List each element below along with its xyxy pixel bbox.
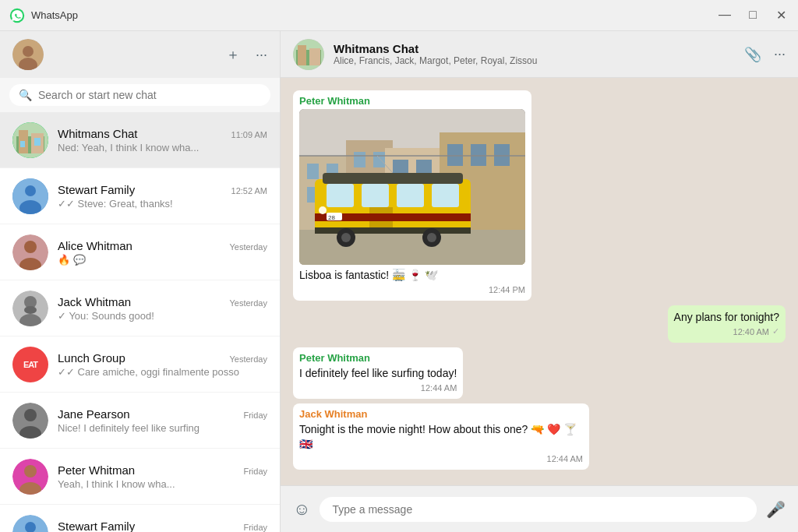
svg-rect-48: [494, 144, 510, 166]
chat-item-whitmans-chat[interactable]: Whitmans Chat 11:09 AM Ned: Yeah, I thin…: [0, 112, 280, 168]
chat-item-jane-pearson[interactable]: Jane Pearson Friday Nice! I definitely f…: [0, 393, 280, 449]
svg-point-27: [25, 522, 36, 533]
svg-point-14: [24, 241, 37, 253]
msg-sender-1: Peter Whitman: [299, 95, 525, 107]
svg-rect-31: [298, 45, 306, 65]
msg-time-2: 12:40 AM: [733, 327, 769, 336]
chat-item-stewart-family-2[interactable]: Stewart Family Friday Steve: Great, than…: [0, 505, 280, 532]
msg-footer-1: 12:44 PM: [299, 285, 525, 294]
chat-top: Jane Pearson Friday: [58, 407, 267, 421]
chat-header-members: Alice, Francis, Jack, Margot, Peter, Roy…: [334, 55, 735, 66]
title-bar: WhatsApp — □ ✕: [0, 0, 798, 31]
chat-menu-icon[interactable]: ···: [774, 46, 786, 62]
svg-point-61: [427, 233, 436, 242]
chat-time: Friday: [243, 523, 267, 532]
svg-point-19: [24, 306, 37, 314]
message-3: Peter Whitman I definitely feel like sur…: [293, 347, 463, 399]
chat-info-lunch: Lunch Group Yesterday ✓✓ Care amiche, og…: [58, 351, 267, 378]
chat-name: Stewart Family: [58, 520, 135, 533]
avatar-lunch-group: EAT: [12, 347, 48, 382]
chat-preview: ✓✓ Steve: Great, thanks!: [58, 198, 245, 210]
avatar-jack-whitman: [12, 291, 48, 326]
msg-text-4: Tonight is the movie night! How about th…: [299, 422, 583, 453]
svg-rect-52: [327, 184, 354, 207]
chat-time: Yesterday: [229, 242, 267, 252]
msg-image-tram: 28: [299, 109, 525, 265]
close-button[interactable]: ✕: [773, 8, 789, 23]
menu-icon[interactable]: ···: [256, 47, 267, 63]
chat-item-stewart-family[interactable]: Stewart Family 12:52 AM ✓✓ Steve: Great,…: [0, 168, 280, 224]
svg-rect-54: [397, 184, 424, 207]
attachment-icon[interactable]: 📎: [744, 46, 761, 63]
chat-name: Lunch Group: [58, 351, 125, 365]
svg-point-21: [24, 409, 37, 421]
sidebar-header: ＋ ···: [0, 31, 280, 78]
search-icon: 🔍: [19, 89, 32, 101]
message-2: Any plans for tonight? 12:40 AM ✓: [668, 305, 786, 344]
app-title: WhatsApp: [31, 9, 717, 21]
search-input-wrap: 🔍: [9, 84, 270, 106]
minimize-button[interactable]: —: [717, 8, 733, 23]
chat-time: Friday: [243, 467, 267, 476]
msg-time-4: 12:44 AM: [547, 454, 583, 463]
chat-preview: Nice! I definitely feel like surfing: [58, 422, 245, 434]
chat-item-jack-whitman[interactable]: Jack Whitman Yesterday ✓ You: Sounds goo…: [0, 280, 280, 336]
chat-item-alice-whitman[interactable]: Alice Whitman Yesterday 🔥 💬: [0, 224, 280, 280]
chat-top: Peter Whitman Friday: [58, 463, 267, 477]
msg-sender-3: Peter Whitman: [299, 352, 457, 364]
avatar-whitmans-chat: [12, 122, 48, 158]
new-chat-icon[interactable]: ＋: [226, 45, 240, 64]
msg-time-1: 12:44 PM: [489, 285, 525, 294]
chat-preview: Yeah, I think I know wha...: [58, 478, 245, 490]
msg-tick-2: ✓: [772, 326, 779, 336]
window-controls: — □ ✕: [717, 8, 789, 23]
avatar-stewart-family-2: [12, 515, 48, 533]
chat-top: Alice Whitman Yesterday: [58, 239, 267, 252]
svg-point-2: [23, 46, 34, 57]
chat-top: Stewart Family 12:52 AM: [58, 183, 267, 196]
svg-rect-8: [20, 141, 25, 147]
chat-top: Lunch Group Yesterday: [58, 351, 267, 365]
chat-top: Stewart Family Friday: [58, 520, 267, 533]
msg-footer-4: 12:44 AM: [299, 454, 583, 463]
svg-rect-53: [362, 184, 389, 207]
chat-info-whitmans: Whitmans Chat 11:09 AM Ned: Yeah, I thin…: [58, 127, 267, 153]
svg-point-59: [341, 233, 351, 242]
chat-info-stewart2: Stewart Family Friday Steve: Great, than…: [58, 520, 267, 533]
maximize-button[interactable]: □: [745, 8, 761, 23]
chat-header-name: Whitmans Chat: [334, 42, 735, 55]
search-bar: 🔍: [0, 78, 280, 112]
message-1: Peter Whitman: [293, 90, 531, 301]
chat-time: 11:09 AM: [231, 130, 267, 139]
avatar-alice-whitman: [12, 234, 48, 270]
msg-text-3: I definitely feel like surfing today!: [299, 366, 457, 382]
msg-footer-3: 12:44 AM: [299, 383, 457, 393]
emoji-button[interactable]: ☺: [293, 499, 310, 520]
chat-item-lunch-group[interactable]: EAT Lunch Group Yesterday ✓✓ Care amiche…: [0, 336, 280, 393]
message-4: Jack Whitman Tonight is the movie night!…: [293, 403, 589, 470]
chat-time: Friday: [243, 410, 267, 420]
chat-name: Peter Whitman: [58, 463, 135, 477]
chat-top: Whitmans Chat 11:09 AM: [58, 127, 267, 140]
chat-info-jane: Jane Pearson Friday Nice! I definitely f…: [58, 407, 267, 434]
chat-top: Jack Whitman Yesterday: [58, 295, 267, 308]
user-avatar[interactable]: [12, 39, 44, 70]
svg-point-11: [25, 185, 36, 196]
chat-preview: 🔥 💬: [58, 254, 245, 266]
svg-rect-38: [307, 164, 319, 179]
avatar-jane-pearson: [12, 403, 48, 439]
chat-panel: Whitmans Chat Alice, Francis, Jack, Marg…: [281, 31, 798, 532]
chat-preview: ✓ You: Sounds good!: [58, 310, 245, 322]
svg-rect-47: [471, 144, 486, 166]
chat-name: Whitmans Chat: [58, 127, 138, 140]
mic-button[interactable]: 🎤: [766, 500, 786, 519]
sidebar: ＋ ··· 🔍: [0, 31, 281, 532]
svg-rect-42: [354, 152, 365, 167]
chat-header: Whitmans Chat Alice, Francis, Jack, Marg…: [281, 31, 798, 78]
svg-rect-9: [34, 138, 41, 146]
message-input[interactable]: [320, 497, 757, 522]
chat-item-peter-whitman[interactable]: Peter Whitman Friday Yeah, I think I kno…: [0, 449, 280, 505]
search-input[interactable]: [38, 89, 261, 101]
svg-rect-51: [323, 173, 463, 184]
svg-point-24: [24, 465, 37, 477]
